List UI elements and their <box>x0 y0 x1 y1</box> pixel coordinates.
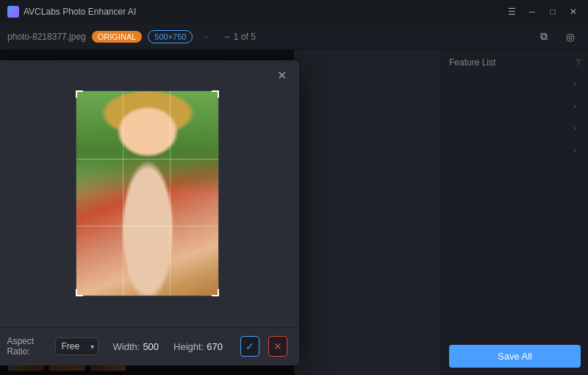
feature-list-title-text: Feature List <box>449 57 495 68</box>
photo-person <box>76 91 218 296</box>
modal-overlay: ✕ <box>0 50 294 375</box>
share-icon-button[interactable]: ◎ <box>560 26 581 47</box>
feature-item-3[interactable]: › <box>449 118 581 138</box>
filename-label: photo-8218377.jpeg <box>7 32 86 42</box>
save-all-button[interactable]: Save All <box>449 345 581 368</box>
main-area: ✕ <box>0 50 588 375</box>
modal-body <box>0 60 299 327</box>
minimize-button[interactable]: ─ <box>525 4 539 19</box>
app-title: AVCLabs Photo Enhancer AI <box>24 7 504 17</box>
chevron-icon-3: › <box>574 124 576 132</box>
size-badge[interactable]: 500×750 <box>148 30 193 43</box>
height-value: 670 <box>207 341 223 352</box>
height-group: Height: 670 <box>173 341 223 352</box>
original-badge[interactable]: ORIGINAL <box>92 31 143 43</box>
photo-image <box>76 91 218 296</box>
width-group: Width: 500 <box>113 341 159 352</box>
height-label: Height: <box>173 341 204 352</box>
chevron-icon-1: › <box>574 80 576 88</box>
window-controls: ☰ ─ □ ✕ <box>504 4 581 19</box>
maximize-button[interactable]: □ <box>545 4 560 19</box>
feature-item-4[interactable]: › <box>449 140 581 160</box>
chevron-icon-2: › <box>574 102 576 110</box>
feature-item-2[interactable]: › <box>449 96 581 116</box>
modal-close-button[interactable]: ✕ <box>274 68 290 84</box>
aspect-select-wrapper: Free 1:1 4:3 16:9 3:2 ▾ <box>55 338 98 355</box>
aspect-ratio-label: Aspect Ratio: <box>7 336 46 357</box>
toolbar: photo-8218377.jpeg ORIGINAL 500×750 → → … <box>0 24 588 50</box>
chevron-icon-4: › <box>574 146 576 154</box>
help-icon[interactable]: ? <box>576 57 581 68</box>
confirm-button[interactable]: ✓ <box>240 336 259 357</box>
width-label: Width: <box>113 341 140 352</box>
copy-icon-button[interactable]: ⧉ <box>534 26 554 47</box>
cancel-button[interactable]: ✕ <box>268 336 287 357</box>
photo-container <box>76 90 219 296</box>
right-sidebar: Feature List ? › › › › Save All <box>441 50 588 375</box>
width-value: 500 <box>143 341 159 352</box>
close-button[interactable]: ✕ <box>566 4 581 19</box>
title-bar: AVCLabs Photo Enhancer AI ☰ ─ □ ✕ <box>0 0 588 24</box>
modal-footer: Aspect Ratio: Free 1:1 4:3 16:9 3:2 ▾ Wi… <box>0 327 299 365</box>
feature-list-header: Feature List ? <box>449 57 581 68</box>
crop-modal: ✕ <box>0 60 299 365</box>
app-icon <box>7 6 19 18</box>
separator: → <box>201 32 210 42</box>
menu-button[interactable]: ☰ <box>504 4 519 19</box>
aspect-ratio-select[interactable]: Free 1:1 4:3 16:9 3:2 <box>55 338 98 355</box>
content-area: ✕ <box>0 50 441 375</box>
nav-counter: → 1 of 5 <box>222 32 255 42</box>
feature-item-1[interactable]: › <box>449 74 581 94</box>
